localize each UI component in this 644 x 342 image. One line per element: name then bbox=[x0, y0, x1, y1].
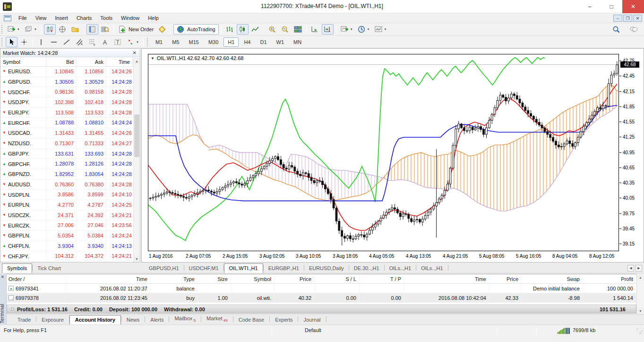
timeframe-mn-button[interactable]: MN bbox=[289, 37, 306, 47]
crosshair-tool-button[interactable] bbox=[18, 37, 30, 47]
zoom-out-button[interactable] bbox=[279, 24, 291, 35]
autotrading-button[interactable]: AutoTrading bbox=[173, 24, 219, 35]
market-watch-row-gbppln[interactable]: ▼GBPPLN.5.03545.038414:24:24 bbox=[0, 231, 134, 241]
scroll-thumb[interactable] bbox=[134, 114, 139, 157]
chevron-down-icon[interactable]: ▼ bbox=[384, 28, 387, 31]
auto-scroll-button[interactable] bbox=[309, 24, 321, 35]
terminal-column-9[interactable]: Price bbox=[489, 274, 522, 283]
arrows-tool-button[interactable]: ▼ bbox=[125, 37, 141, 47]
chevron-down-icon[interactable]: ▼ bbox=[136, 41, 139, 44]
menu-item-tools[interactable]: Tools bbox=[96, 14, 117, 22]
timeframe-w1-button[interactable]: W1 bbox=[272, 37, 289, 47]
new-order-button[interactable]: New Order bbox=[116, 24, 155, 35]
market-watch-row-gbpjpy[interactable]: ▲GBPJPY.133.631133.69314:24:28 bbox=[0, 149, 134, 159]
terminal-tab-market[interactable]: Market 49 bbox=[201, 314, 233, 324]
terminal-column-8[interactable]: Time bbox=[404, 274, 489, 283]
new-chart-button[interactable]: ▼ bbox=[6, 24, 22, 35]
column-header-bid[interactable]: Bid bbox=[46, 57, 77, 66]
terminal-column-3[interactable]: Size bbox=[198, 274, 231, 283]
terminal-scrollbar[interactable]: ▲ ▼ bbox=[636, 274, 644, 314]
order-row-69979378[interactable]: 699793782016.08.02 11:23:45buy1.00oil.wt… bbox=[7, 293, 636, 303]
column-header-time[interactable]: Time bbox=[106, 57, 133, 66]
toolbar-grip[interactable] bbox=[147, 38, 149, 46]
strategy-tester-button[interactable] bbox=[99, 24, 111, 35]
scroll-up-icon[interactable]: ▲ bbox=[637, 274, 644, 281]
horizontal-line-button[interactable] bbox=[48, 37, 60, 47]
market-watch-row-audusd[interactable]: ▼AUDUSD.0.763600.7638014:24:28 bbox=[0, 180, 134, 190]
periods-button[interactable]: ▼ bbox=[356, 24, 372, 35]
column-header-ask[interactable]: Ask bbox=[77, 57, 106, 66]
scroll-down-icon[interactable]: ▼ bbox=[637, 307, 644, 314]
menu-item-charts[interactable]: Charts bbox=[72, 14, 96, 22]
terminal-tab-exposure[interactable]: Exposure bbox=[36, 316, 69, 324]
chart-close-button[interactable]: ✕ bbox=[633, 15, 642, 22]
metaeditor-button[interactable] bbox=[156, 24, 168, 35]
window-close-button[interactable]: ✕ bbox=[622, 0, 644, 13]
terminal-column-10[interactable]: Swap bbox=[522, 274, 583, 283]
market-watch-row-usdczk[interactable]: ▼USDCZK.24.37124.39214:24:21 bbox=[0, 210, 134, 221]
chart-tab-6[interactable]: OILs..,H1 bbox=[385, 264, 416, 273]
window-minimize-button[interactable]: – bbox=[579, 0, 601, 13]
vertical-line-button[interactable] bbox=[35, 37, 47, 47]
line-chart-button[interactable] bbox=[249, 24, 261, 35]
scroll-up-icon[interactable]: ▲ bbox=[134, 58, 140, 64]
fibonacci-button[interactable]: F bbox=[86, 37, 98, 47]
market-watch-button[interactable] bbox=[44, 24, 56, 35]
column-header-symbol[interactable]: Symbol bbox=[0, 57, 46, 66]
chevron-down-icon[interactable]: ▼ bbox=[17, 28, 20, 31]
market-watch-tab-tick-chart[interactable]: Tick Chart bbox=[33, 264, 66, 273]
price-axis[interactable]: 42.7542.4542.1541.8541.5541.2540.9540.65… bbox=[619, 54, 643, 252]
bar-chart-button[interactable] bbox=[224, 24, 236, 35]
terminal-column-2[interactable]: Type bbox=[151, 274, 198, 283]
chart-minimize-button[interactable]: – bbox=[613, 15, 622, 22]
market-watch-close-icon[interactable]: ✕ bbox=[132, 50, 137, 55]
market-watch-row-gbpchf[interactable]: ▲GBPCHF.1.280781.2812614:24:28 bbox=[0, 159, 134, 169]
market-watch-scrollbar[interactable]: ▲ ▼ bbox=[133, 58, 140, 262]
terminal-tab-mailbox[interactable]: Mailbox 5 bbox=[169, 314, 201, 324]
menu-item-view[interactable]: View bbox=[31, 14, 51, 22]
terminal-close-icon[interactable]: ✕ bbox=[1, 275, 4, 279]
menu-item-window[interactable]: Window bbox=[117, 14, 144, 22]
market-watch-row-usdcad[interactable]: ▼USDCAD.1.314331.3145514:24:26 bbox=[0, 128, 134, 139]
search-button[interactable] bbox=[610, 24, 622, 35]
market-watch-row-eurchf[interactable]: ▲EURCHF.1.087881.0881014:24:24 bbox=[0, 118, 134, 128]
terminal-tab-alerts[interactable]: Alerts bbox=[145, 316, 169, 324]
chart-tab-3[interactable]: EURGBP.,H1 bbox=[264, 264, 304, 273]
chevron-down-icon[interactable]: ▼ bbox=[350, 28, 353, 31]
terminal-tab-experts[interactable]: Experts bbox=[270, 316, 298, 324]
timeframe-m15-button[interactable]: M15 bbox=[185, 37, 203, 47]
toolbar-grip[interactable] bbox=[1, 38, 4, 46]
trendline-button[interactable] bbox=[61, 37, 73, 47]
timeframe-m1-button[interactable]: M1 bbox=[151, 37, 167, 47]
zoom-in-button[interactable] bbox=[266, 24, 278, 35]
menu-item-insert[interactable]: Insert bbox=[51, 14, 72, 22]
chart-tab-7[interactable]: OILs..,H1 bbox=[416, 264, 447, 273]
text-button[interactable]: A bbox=[99, 37, 111, 47]
tabs-scroll-left-icon[interactable]: ◀ bbox=[627, 265, 634, 272]
market-watch-row-eurczk[interactable]: ▼EURCZK.27.00627.04614:23:56 bbox=[0, 220, 134, 231]
toolbar-grip[interactable] bbox=[1, 25, 4, 34]
terminal-tab-code-base[interactable]: Code Base bbox=[233, 316, 269, 324]
terminal-button[interactable] bbox=[86, 24, 98, 35]
chart-tab-5[interactable]: DE.30..,H1 bbox=[349, 264, 384, 273]
tile-windows-button[interactable] bbox=[292, 24, 304, 35]
terminal-column-0[interactable]: Order / bbox=[7, 274, 66, 283]
market-watch-row-eurjpy[interactable]: ▼EURJPY.113.508113.53314:24:28 bbox=[0, 108, 134, 118]
market-watch-row-usdchf[interactable]: ▼USDCHF.0.981360.9815814:24:28 bbox=[0, 87, 134, 97]
terminal-column-6[interactable]: S / L bbox=[315, 274, 360, 283]
market-watch-row-chfpln[interactable]: ▲CHFPLN.3.93043.934014:24:13 bbox=[0, 241, 134, 252]
status-profile[interactable]: Default bbox=[305, 327, 321, 333]
terminal-tab-trade[interactable]: Trade bbox=[12, 316, 36, 324]
market-watch-tab-symbols[interactable]: Symbols bbox=[2, 263, 32, 273]
chart-restore-button[interactable]: ❐ bbox=[623, 15, 632, 22]
timeframe-m30-button[interactable]: M30 bbox=[204, 37, 223, 47]
timeframe-h1-button[interactable]: H1 bbox=[223, 37, 239, 47]
profiles-button[interactable]: ▼ bbox=[23, 24, 39, 35]
market-watch-row-eurpln[interactable]: ▼EURPLN.4.27704.278714:24:25 bbox=[0, 200, 134, 210]
terminal-tab-account-history[interactable]: Account History bbox=[69, 315, 121, 324]
market-watch-row-usdpln[interactable]: ▼USDPLN.3.85863.859914:24:10 bbox=[0, 190, 134, 200]
chevron-down-icon[interactable]: ▼ bbox=[367, 28, 370, 31]
menu-item-help[interactable]: Help bbox=[144, 14, 163, 22]
market-watch-row-chfjpy[interactable]: ▼CHFJPY.104.312104.37214:24:21 bbox=[0, 251, 134, 262]
chart-tab-2[interactable]: OIL.WTI.,H1 bbox=[224, 263, 263, 273]
